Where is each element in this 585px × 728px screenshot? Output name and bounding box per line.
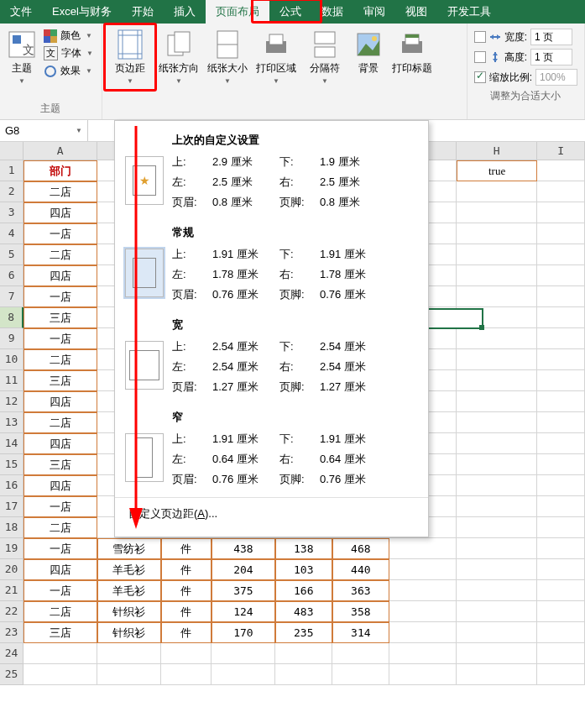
cell-H13[interactable] bbox=[457, 412, 537, 433]
cell-H17[interactable] bbox=[457, 496, 537, 517]
cell-I3[interactable] bbox=[537, 202, 585, 223]
cell-C24[interactable] bbox=[161, 643, 212, 664]
cell-I11[interactable] bbox=[537, 370, 585, 391]
cell-E19[interactable]: 138 bbox=[275, 538, 332, 559]
cell-B25[interactable] bbox=[97, 664, 161, 685]
cell-F24[interactable] bbox=[332, 643, 389, 664]
cell-A13[interactable]: 二店 bbox=[24, 412, 97, 433]
cell-E22[interactable]: 483 bbox=[275, 601, 332, 622]
cell-I9[interactable] bbox=[537, 328, 585, 349]
menu-开始[interactable]: 开始 bbox=[122, 0, 164, 24]
cell-H1[interactable]: true bbox=[457, 160, 537, 181]
cell-B21[interactable]: 羊毛衫 bbox=[97, 580, 161, 601]
row-header-6[interactable]: 6 bbox=[0, 265, 24, 286]
cell-I4[interactable] bbox=[537, 223, 585, 244]
cell-G23[interactable] bbox=[389, 622, 457, 643]
cell-I7[interactable] bbox=[537, 286, 585, 307]
cell-H25[interactable] bbox=[457, 664, 537, 685]
cell-I24[interactable] bbox=[537, 643, 585, 664]
cell-A10[interactable]: 二店 bbox=[24, 349, 97, 370]
cell-E24[interactable] bbox=[275, 643, 332, 664]
margin-preset-常规[interactable]: 常规上:1.91 厘米下:1.91 厘米左:1.78 厘米右:1.78 厘米页眉… bbox=[115, 220, 428, 312]
cell-H16[interactable] bbox=[457, 475, 537, 496]
cell-A17[interactable]: 一店 bbox=[24, 496, 97, 517]
cell-I15[interactable] bbox=[537, 454, 585, 475]
cell-I14[interactable] bbox=[537, 433, 585, 454]
cell-H3[interactable] bbox=[457, 202, 537, 223]
cell-A7[interactable]: 一店 bbox=[24, 286, 97, 307]
menu-页面布局[interactable]: 页面布局 bbox=[206, 0, 269, 24]
cell-A15[interactable]: 三店 bbox=[24, 454, 97, 475]
cell-F25[interactable] bbox=[332, 664, 389, 685]
height-checkbox[interactable] bbox=[474, 51, 486, 63]
row-header-22[interactable]: 22 bbox=[0, 601, 24, 622]
cell-A9[interactable]: 一店 bbox=[24, 328, 97, 349]
cell-D25[interactable] bbox=[212, 664, 275, 685]
cell-C23[interactable]: 件 bbox=[161, 622, 212, 643]
background-button[interactable]: 背景 bbox=[349, 25, 388, 77]
cell-A23[interactable]: 三店 bbox=[24, 622, 97, 643]
cell-A3[interactable]: 四店 bbox=[24, 202, 97, 223]
cell-I18[interactable] bbox=[537, 517, 585, 538]
cell-H5[interactable] bbox=[457, 244, 537, 265]
cell-F19[interactable]: 468 bbox=[332, 538, 389, 559]
cell-B23[interactable]: 针织衫 bbox=[97, 622, 161, 643]
theme-button[interactable]: 文 主题 ▼ bbox=[3, 25, 40, 89]
cell-H4[interactable] bbox=[457, 223, 537, 244]
cell-I5[interactable] bbox=[537, 244, 585, 265]
row-header-23[interactable]: 23 bbox=[0, 622, 24, 643]
cell-C19[interactable]: 件 bbox=[161, 538, 212, 559]
zoom-checkbox[interactable]: ✓ bbox=[474, 71, 486, 83]
cell-E20[interactable]: 103 bbox=[275, 559, 332, 580]
cell-D23[interactable]: 170 bbox=[212, 622, 275, 643]
cell-A12[interactable]: 四店 bbox=[24, 391, 97, 412]
margin-preset-宽[interactable]: 宽上:2.54 厘米下:2.54 厘米左:2.54 厘米右:2.54 厘米页眉:… bbox=[115, 312, 428, 405]
cell-H19[interactable] bbox=[457, 538, 537, 559]
namebox[interactable]: G8 ▼ bbox=[0, 120, 88, 141]
menu-公式[interactable]: 公式 bbox=[269, 0, 311, 24]
col-header-A[interactable]: A bbox=[24, 142, 97, 160]
cell-I25[interactable] bbox=[537, 664, 585, 685]
row-header-18[interactable]: 18 bbox=[0, 517, 24, 538]
cell-H12[interactable] bbox=[457, 391, 537, 412]
cell-E25[interactable] bbox=[275, 664, 332, 685]
cell-F20[interactable]: 440 bbox=[332, 559, 389, 580]
col-header-H[interactable]: H bbox=[457, 142, 537, 160]
menu-视图[interactable]: 视图 bbox=[395, 0, 437, 24]
cell-I23[interactable] bbox=[537, 622, 585, 643]
margin-preset-窄[interactable]: 窄上:1.91 厘米下:1.91 厘米左:0.64 厘米右:0.64 厘米页眉:… bbox=[115, 405, 428, 497]
effects-button[interactable]: 效果▼ bbox=[44, 64, 93, 78]
cell-A19[interactable]: 一店 bbox=[24, 538, 97, 559]
cell-H15[interactable] bbox=[457, 454, 537, 475]
width-input[interactable] bbox=[530, 29, 572, 45]
width-checkbox[interactable] bbox=[474, 31, 486, 43]
row-header-7[interactable]: 7 bbox=[0, 286, 24, 307]
cell-A11[interactable]: 三店 bbox=[24, 370, 97, 391]
cell-A24[interactable] bbox=[24, 643, 97, 664]
cell-H20[interactable] bbox=[457, 559, 537, 580]
row-header-24[interactable]: 24 bbox=[0, 643, 24, 664]
cell-B19[interactable]: 雪纺衫 bbox=[97, 538, 161, 559]
cell-A1[interactable]: 部门 bbox=[24, 160, 97, 181]
cell-H9[interactable] bbox=[457, 328, 537, 349]
printarea-button[interactable]: 打印区域 ▼ bbox=[252, 25, 300, 89]
row-header-17[interactable]: 17 bbox=[0, 496, 24, 517]
cell-I1[interactable] bbox=[537, 160, 585, 181]
cell-H7[interactable] bbox=[457, 286, 537, 307]
cell-I16[interactable] bbox=[537, 475, 585, 496]
colors-button[interactable]: 颜色▼ bbox=[44, 29, 93, 43]
cell-A2[interactable]: 二店 bbox=[24, 181, 97, 202]
margin-preset-上次的自定义设置[interactable]: 上次的自定义设置★上:2.9 厘米下:1.9 厘米左:2.5 厘米右:2.5 厘… bbox=[115, 128, 428, 220]
cell-D21[interactable]: 375 bbox=[212, 580, 275, 601]
cell-H6[interactable] bbox=[457, 265, 537, 286]
size-button[interactable]: 纸张大小 ▼ bbox=[203, 25, 252, 89]
cell-A22[interactable]: 二店 bbox=[24, 601, 97, 622]
cell-I8[interactable] bbox=[537, 307, 585, 328]
custom-margins-item[interactable]: 自定义页边距(A)... bbox=[115, 497, 428, 530]
cell-G20[interactable] bbox=[389, 559, 457, 580]
row-header-13[interactable]: 13 bbox=[0, 412, 24, 433]
row-header-20[interactable]: 20 bbox=[0, 559, 24, 580]
cell-G24[interactable] bbox=[389, 643, 457, 664]
orientation-button[interactable]: 纸张方向 ▼ bbox=[154, 25, 203, 89]
cell-H2[interactable] bbox=[457, 181, 537, 202]
